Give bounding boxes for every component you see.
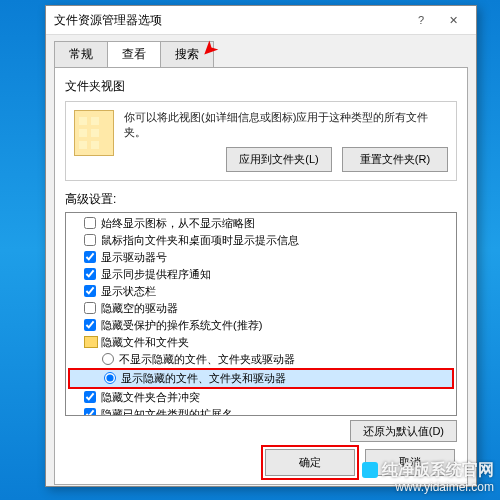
tab-strip: 常规 查看 搜索 ➤ [46,35,476,67]
tree-checkbox[interactable] [84,302,96,314]
reset-folders-button[interactable]: 重置文件夹(R) [342,147,448,172]
tree-item-label: 显示驱动器号 [101,250,167,265]
tree-radio[interactable] [102,353,114,365]
tree-item[interactable]: 隐藏受保护的操作系统文件(推荐) [68,317,454,334]
tree-checkbox[interactable] [84,285,96,297]
tree-item-label: 不显示隐藏的文件、文件夹或驱动器 [119,352,295,367]
folder-views-description: 你可以将此视图(如详细信息或图标)应用于这种类型的所有文件夹。 [124,110,448,141]
tree-checkbox[interactable] [84,408,96,416]
folder-views-label: 文件夹视图 [65,78,457,95]
watermark-logo-icon [362,462,378,478]
advanced-settings-wrap: 始终显示图标，从不显示缩略图鼠标指向文件夹和桌面项时显示提示信息显示驱动器号显示… [65,212,457,416]
watermark: 纯净版系统官网 www.yidaimei.com [362,460,494,496]
tree-item[interactable]: 鼠标指向文件夹和桌面项时显示提示信息 [68,232,454,249]
tree-item[interactable]: 隐藏空的驱动器 [68,300,454,317]
tree-item[interactable]: 隐藏文件夹合并冲突 [68,389,454,406]
folder-views-right: 你可以将此视图(如详细信息或图标)应用于这种类型的所有文件夹。 应用到文件夹(L… [124,110,448,172]
tab-general[interactable]: 常规 [54,41,108,67]
restore-defaults-button[interactable]: 还原为默认值(D) [350,420,457,442]
ok-button[interactable]: 确定 [265,449,355,476]
tree-item-label: 鼠标指向文件夹和桌面项时显示提示信息 [101,233,299,248]
desktop-background: 文件资源管理器选项 ? ✕ 常规 查看 搜索 ➤ 文件夹视图 你可以将此视图(如… [0,0,500,500]
tree-radio[interactable] [104,372,116,384]
tab-view[interactable]: 查看 [107,41,161,67]
tree-item-label: 隐藏受保护的操作系统文件(推荐) [101,318,262,333]
tree-checkbox[interactable] [84,268,96,280]
tree-checkbox[interactable] [84,234,96,246]
tab-search[interactable]: 搜索 [160,41,214,67]
tree-item-label: 始终显示图标，从不显示缩略图 [101,216,255,231]
tree-item-label: 隐藏文件和文件夹 [101,335,189,350]
tree-checkbox[interactable] [84,391,96,403]
advanced-settings-tree[interactable]: 始终显示图标，从不显示缩略图鼠标指向文件夹和桌面项时显示提示信息显示驱动器号显示… [65,212,457,416]
tree-item-label: 隐藏文件夹合并冲突 [101,390,200,405]
watermark-brand: 纯净版系统官网 [382,460,494,481]
tree-item[interactable]: 显示隐藏的文件、文件夹和驱动器 [68,368,454,389]
help-button[interactable]: ? [406,10,436,30]
tree-item-label: 隐藏已知文件类型的扩展名 [101,407,233,416]
tree-item-label: 显示状态栏 [101,284,156,299]
tree-checkbox[interactable] [84,217,96,229]
tree-item[interactable]: 显示同步提供程序通知 [68,266,454,283]
tree-item[interactable]: 隐藏文件和文件夹 [68,334,454,351]
tree-item-label: 显示隐藏的文件、文件夹和驱动器 [121,371,286,386]
folder-options-dialog: 文件资源管理器选项 ? ✕ 常规 查看 搜索 ➤ 文件夹视图 你可以将此视图(如… [45,5,477,487]
folder-views-group: 你可以将此视图(如详细信息或图标)应用于这种类型的所有文件夹。 应用到文件夹(L… [65,101,457,181]
window-title: 文件资源管理器选项 [54,12,162,29]
window-controls: ? ✕ [406,10,468,30]
apply-to-folders-button[interactable]: 应用到文件夹(L) [226,147,332,172]
tree-item[interactable]: 显示驱动器号 [68,249,454,266]
tree-item[interactable]: 显示状态栏 [68,283,454,300]
titlebar: 文件资源管理器选项 ? ✕ [46,6,476,35]
folder-view-icon [74,110,114,156]
tab-panel-view: 文件夹视图 你可以将此视图(如详细信息或图标)应用于这种类型的所有文件夹。 应用… [54,67,468,485]
tree-item[interactable]: 不显示隐藏的文件、文件夹或驱动器 [68,351,454,368]
tree-item-label: 显示同步提供程序通知 [101,267,211,282]
watermark-url: www.yidaimei.com [362,480,494,496]
tree-item[interactable]: 隐藏已知文件类型的扩展名 [68,406,454,416]
folder-icon [84,336,98,348]
advanced-settings-label: 高级设置: [65,191,457,208]
tree-item-label: 隐藏空的驱动器 [101,301,178,316]
tree-item[interactable]: 始终显示图标，从不显示缩略图 [68,215,454,232]
tree-checkbox[interactable] [84,251,96,263]
close-button[interactable]: ✕ [438,10,468,30]
tree-checkbox[interactable] [84,319,96,331]
